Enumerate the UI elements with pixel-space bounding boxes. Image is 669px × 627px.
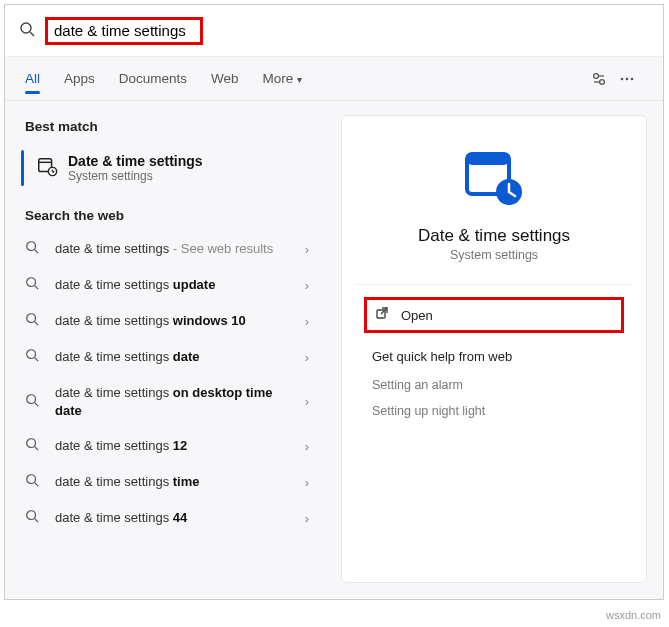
svg-line-19 bbox=[35, 322, 39, 326]
selection-indicator bbox=[21, 150, 24, 186]
search-icon bbox=[25, 240, 47, 258]
svg-point-20 bbox=[27, 350, 36, 359]
search-icon bbox=[25, 437, 47, 455]
web-result-text: date & time settings update bbox=[55, 276, 299, 294]
results-pane: Best match Date & time settings System s… bbox=[5, 101, 325, 599]
search-icon bbox=[25, 473, 47, 491]
help-item-alarm[interactable]: Setting an alarm bbox=[364, 372, 624, 398]
web-result-text: date & time settings time bbox=[55, 473, 299, 491]
chevron-right-icon: › bbox=[305, 475, 309, 490]
help-item-night-light[interactable]: Setting up night light bbox=[364, 398, 624, 424]
svg-line-17 bbox=[35, 286, 39, 290]
chevron-right-icon: › bbox=[305, 350, 309, 365]
preview-pane: Date & time settings System settings Ope… bbox=[325, 101, 663, 599]
section-best-match: Best match bbox=[5, 115, 325, 142]
svg-line-13 bbox=[53, 172, 55, 173]
section-search-web: Search the web bbox=[5, 204, 325, 231]
chevron-right-icon: › bbox=[305, 394, 309, 409]
web-result-text: date & time settings on desktop time dat… bbox=[55, 384, 299, 419]
svg-point-24 bbox=[27, 439, 36, 448]
svg-point-22 bbox=[27, 394, 36, 403]
tab-all[interactable]: All bbox=[25, 59, 40, 98]
svg-line-29 bbox=[35, 519, 39, 523]
more-options-icon[interactable] bbox=[613, 65, 641, 93]
chevron-right-icon: › bbox=[305, 439, 309, 454]
search-icon bbox=[25, 393, 47, 411]
divider bbox=[356, 284, 632, 285]
chevron-right-icon: › bbox=[305, 242, 309, 257]
svg-line-15 bbox=[35, 250, 39, 254]
svg-point-7 bbox=[626, 77, 629, 80]
preview-title: Date & time settings bbox=[364, 226, 624, 246]
datetime-icon bbox=[36, 155, 58, 181]
svg-line-1 bbox=[30, 32, 34, 36]
search-icon bbox=[25, 312, 47, 330]
expand-icon[interactable] bbox=[585, 65, 613, 93]
svg-rect-31 bbox=[467, 154, 509, 165]
search-bar[interactable] bbox=[5, 5, 663, 57]
help-header: Get quick help from web bbox=[364, 347, 624, 372]
filter-tabs: All Apps Documents Web More ▾ bbox=[5, 57, 663, 101]
preview-card: Date & time settings System settings Ope… bbox=[341, 115, 647, 583]
svg-point-8 bbox=[631, 77, 634, 80]
svg-point-18 bbox=[27, 314, 36, 323]
search-input[interactable] bbox=[54, 22, 194, 39]
search-icon bbox=[19, 21, 35, 41]
svg-point-14 bbox=[27, 242, 36, 251]
web-result-row[interactable]: date & time settings date › bbox=[5, 339, 325, 375]
svg-point-6 bbox=[621, 77, 624, 80]
web-result-row[interactable]: date & time settings - See web results › bbox=[5, 231, 325, 267]
tab-more[interactable]: More ▾ bbox=[263, 59, 303, 98]
svg-line-23 bbox=[35, 402, 39, 406]
svg-line-27 bbox=[35, 483, 39, 487]
preview-subtitle: System settings bbox=[364, 248, 624, 262]
svg-line-25 bbox=[35, 447, 39, 451]
svg-point-0 bbox=[21, 23, 31, 33]
svg-point-2 bbox=[594, 73, 599, 78]
web-result-text: date & time settings 44 bbox=[55, 509, 299, 527]
web-result-row[interactable]: date & time settings time › bbox=[5, 464, 325, 500]
watermark: wsxdn.com bbox=[606, 609, 661, 621]
open-external-icon bbox=[375, 306, 391, 324]
web-result-text: date & time settings windows 10 bbox=[55, 312, 299, 330]
svg-line-36 bbox=[381, 308, 387, 314]
svg-point-3 bbox=[600, 79, 605, 84]
chevron-right-icon: › bbox=[305, 278, 309, 293]
search-icon bbox=[25, 276, 47, 294]
search-icon bbox=[25, 348, 47, 366]
tab-documents[interactable]: Documents bbox=[119, 59, 187, 98]
tab-apps[interactable]: Apps bbox=[64, 59, 95, 98]
svg-point-28 bbox=[27, 511, 36, 520]
web-result-row[interactable]: date & time settings on desktop time dat… bbox=[5, 375, 325, 428]
best-match-subtitle: System settings bbox=[68, 169, 203, 183]
web-result-row[interactable]: date & time settings 12 › bbox=[5, 428, 325, 464]
open-label: Open bbox=[401, 308, 433, 323]
web-result-row[interactable]: date & time settings update › bbox=[5, 267, 325, 303]
search-icon bbox=[25, 509, 47, 527]
web-result-text: date & time settings - See web results bbox=[55, 240, 299, 258]
svg-point-16 bbox=[27, 278, 36, 287]
web-result-text: date & time settings 12 bbox=[55, 437, 299, 455]
tab-web[interactable]: Web bbox=[211, 59, 239, 98]
best-match-item[interactable]: Date & time settings System settings bbox=[5, 142, 325, 194]
open-button[interactable]: Open bbox=[364, 297, 624, 333]
svg-point-26 bbox=[27, 475, 36, 484]
search-input-highlight bbox=[45, 17, 203, 45]
chevron-right-icon: › bbox=[305, 314, 309, 329]
chevron-right-icon: › bbox=[305, 511, 309, 526]
web-result-row[interactable]: date & time settings 44 › bbox=[5, 500, 325, 536]
svg-line-21 bbox=[35, 358, 39, 362]
web-result-text: date & time settings date bbox=[55, 348, 299, 366]
web-result-row[interactable]: date & time settings windows 10 › bbox=[5, 303, 325, 339]
best-match-title: Date & time settings bbox=[68, 153, 203, 169]
preview-datetime-icon bbox=[459, 148, 529, 208]
start-search-window: All Apps Documents Web More ▾ Best match… bbox=[4, 4, 664, 600]
